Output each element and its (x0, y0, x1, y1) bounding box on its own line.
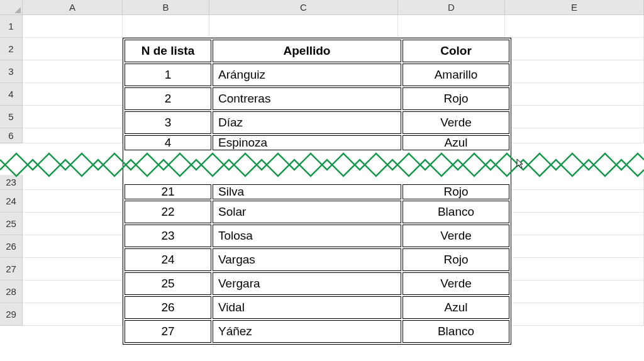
cell[interactable] (23, 128, 123, 143)
row-header-27[interactable]: 27 (0, 258, 23, 280)
row-header-5[interactable]: 5 (0, 106, 23, 128)
cell[interactable] (23, 83, 123, 106)
table-cell-n[interactable]: 2 (125, 87, 211, 110)
table-header-b[interactable]: N de lista (125, 40, 211, 62)
table-cell-n[interactable]: 25 (125, 272, 211, 295)
cell[interactable] (505, 235, 644, 258)
table-row[interactable]: 4EspinozaAzul (125, 135, 509, 150)
table-cell-color[interactable]: Amarillo (402, 64, 509, 86)
cell[interactable] (505, 280, 644, 303)
table-cell-n[interactable]: 27 (125, 320, 211, 343)
cell[interactable] (23, 106, 123, 128)
table-cell-color[interactable]: Verde (402, 225, 509, 247)
table-cell-color[interactable]: Rojo (402, 248, 509, 271)
table-cell-color[interactable]: Blanco (402, 320, 509, 343)
table-cell-n[interactable]: 4 (125, 135, 211, 150)
row-header-23[interactable]: 23 (0, 175, 23, 190)
table-cell-n[interactable]: 3 (125, 111, 211, 134)
table-cell-color[interactable]: Blanco (402, 201, 509, 223)
table-cell-n[interactable]: 24 (125, 248, 211, 271)
cell[interactable] (23, 235, 123, 258)
table-header-c[interactable]: Apellido (213, 40, 401, 62)
table-cell-color[interactable]: Verde (402, 272, 509, 295)
table-cell-apellido[interactable]: Aránguiz (213, 64, 401, 86)
cell[interactable] (505, 303, 644, 326)
table-row[interactable]: 27YáñezBlanco (125, 320, 509, 343)
table-row[interactable]: 26VidalAzul (125, 296, 509, 319)
cell[interactable] (23, 303, 123, 326)
cell[interactable] (398, 15, 505, 38)
column-header-d[interactable]: D (398, 0, 505, 15)
table-row[interactable]: 2ContrerasRojo (125, 87, 509, 110)
table-cell-color[interactable]: Azul (402, 135, 509, 150)
cell[interactable] (505, 106, 644, 128)
cell[interactable] (505, 128, 644, 143)
row-header-28[interactable]: 28 (0, 280, 23, 303)
column-header-a[interactable]: A (23, 0, 123, 15)
table-cell-apellido[interactable]: Solar (213, 201, 401, 223)
table-row[interactable]: 22SolarBlanco (125, 201, 509, 223)
cell[interactable] (23, 258, 123, 280)
cell[interactable] (505, 258, 644, 280)
column-headers: ABCDE (23, 0, 644, 15)
select-all-corner[interactable] (0, 0, 23, 15)
row-header-2[interactable]: 2 (0, 38, 23, 60)
row-header-24[interactable]: 24 (0, 190, 23, 213)
cell[interactable] (505, 15, 644, 38)
table-cell-color[interactable]: Azul (402, 296, 509, 319)
row-header-6[interactable]: 6 (0, 128, 23, 143)
table-cell-apellido[interactable]: Yáñez (213, 320, 401, 343)
row-header-1[interactable]: 1 (0, 15, 23, 38)
cell[interactable] (23, 280, 123, 303)
table-row[interactable]: 23TolosaVerde (125, 225, 509, 247)
cell[interactable] (23, 60, 123, 83)
cell[interactable] (23, 190, 123, 213)
cell[interactable] (505, 213, 644, 235)
cell[interactable] (505, 38, 644, 60)
table-cell-color[interactable]: Rojo (402, 87, 509, 110)
table-header-d[interactable]: Color (402, 40, 509, 62)
table-cell-apellido[interactable]: Contreras (213, 87, 401, 110)
data-table[interactable]: N de listaApellidoColor1AránguizAmarillo… (123, 38, 511, 345)
cell[interactable] (23, 38, 123, 60)
table-cell-color[interactable]: Rojo (402, 184, 509, 199)
table-cell-apellido[interactable]: Vergara (213, 272, 401, 295)
table-cell-n[interactable]: 22 (125, 201, 211, 223)
cell[interactable] (505, 190, 644, 213)
column-header-e[interactable]: E (505, 0, 644, 15)
row-header-3[interactable]: 3 (0, 60, 23, 83)
table-cell-color[interactable]: Verde (402, 111, 509, 134)
row-headers: 12345623242526272829 (0, 15, 23, 326)
table-cell-apellido[interactable]: Díaz (213, 111, 401, 134)
table-cell-apellido[interactable]: Tolosa (213, 225, 401, 247)
table-cell-apellido[interactable]: Vidal (213, 296, 401, 319)
cell[interactable] (23, 175, 123, 190)
cell[interactable] (209, 15, 398, 38)
table-cell-n[interactable]: 1 (125, 64, 211, 86)
column-header-c[interactable]: C (209, 0, 398, 15)
table-row[interactable]: 1AránguizAmarillo (125, 64, 509, 86)
table-row[interactable]: 3DíazVerde (125, 111, 509, 134)
column-header-b[interactable]: B (123, 0, 209, 15)
table-cell-apellido[interactable]: Vargas (213, 248, 401, 271)
row-header-25[interactable]: 25 (0, 213, 23, 235)
cell[interactable] (505, 175, 644, 190)
cell[interactable] (505, 83, 644, 106)
table-row[interactable]: 24VargasRojo (125, 248, 509, 271)
table-cell-n[interactable]: 26 (125, 296, 211, 319)
table-cell-apellido[interactable]: Espinoza (213, 135, 401, 150)
cell[interactable] (505, 60, 644, 83)
table-row[interactable]: 25VergaraVerde (125, 272, 509, 295)
cell[interactable] (23, 15, 123, 38)
table-cell-n[interactable]: 21 (125, 184, 211, 199)
row-header-26[interactable]: 26 (0, 235, 23, 258)
row-header-4[interactable]: 4 (0, 83, 23, 106)
table-row[interactable]: 21SilvaRojo (125, 184, 509, 199)
cell[interactable] (123, 15, 209, 38)
cell[interactable] (23, 213, 123, 235)
table-cell-n[interactable]: 23 (125, 225, 211, 247)
row-header-29[interactable]: 29 (0, 303, 23, 326)
table-cell-apellido[interactable]: Silva (213, 184, 401, 199)
